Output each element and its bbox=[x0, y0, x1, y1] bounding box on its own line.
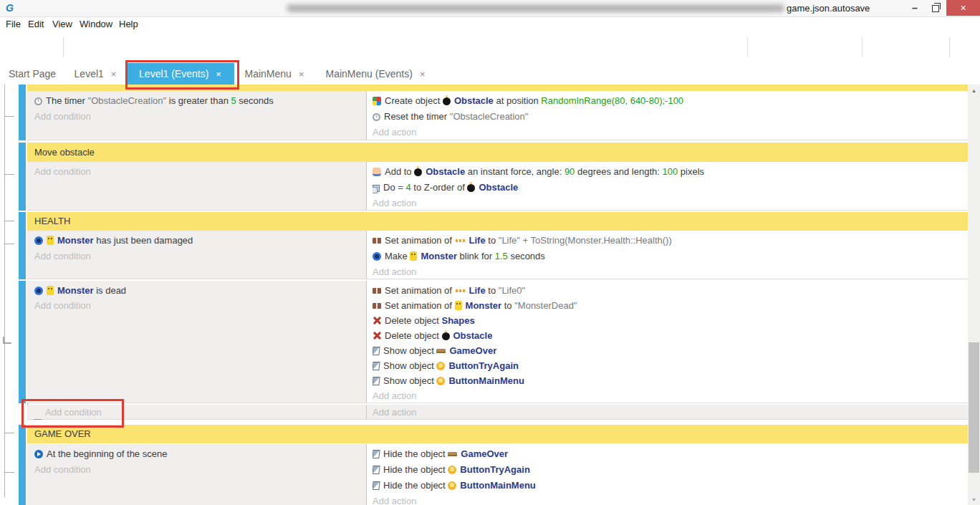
tab-label: MainMenu (Events) bbox=[326, 68, 413, 80]
tree-line bbox=[4, 85, 5, 497]
group-header-health[interactable]: HEALTH bbox=[27, 212, 968, 231]
event-row: Monster has just been damaged Add condit… bbox=[27, 231, 968, 279]
toolbar bbox=[0, 32, 980, 63]
add-condition-button[interactable]: Add condition bbox=[34, 462, 366, 478]
event-bar[interactable] bbox=[19, 281, 26, 403]
gdevelop-logo: G bbox=[6, 2, 14, 14]
tab-mainmenu-events[interactable]: MainMenu (Events) × bbox=[315, 63, 436, 85]
add-action-button[interactable]: Add action bbox=[373, 494, 968, 505]
event-action[interactable]: Make Monster blink for 1.5 seconds bbox=[373, 249, 968, 264]
group-header-move-obstacle[interactable]: Move obstacle bbox=[27, 143, 968, 162]
event-condition[interactable]: Monster has just been damaged bbox=[34, 233, 366, 249]
menu-edit[interactable]: Edit bbox=[28, 17, 44, 32]
event-action[interactable]: Hide the object ButtonMainMenu bbox=[373, 478, 968, 494]
hand-icon bbox=[373, 168, 381, 176]
toolbar-separator bbox=[949, 37, 950, 57]
tab-mainmenu[interactable]: MainMenu × bbox=[236, 63, 312, 85]
event-action[interactable]: Show object ButtonMainMenu bbox=[373, 373, 968, 388]
minimize-button[interactable]: – bbox=[904, 0, 926, 16]
add-action-button[interactable]: Add action bbox=[373, 125, 968, 140]
title-bar: G game.json.autosave – × bbox=[0, 0, 980, 17]
actions-cell: Create object Obstacle at position Rando… bbox=[367, 91, 968, 140]
drag-handle-icon[interactable] bbox=[3, 337, 11, 344]
add-action-button[interactable]: Add action bbox=[373, 388, 968, 403]
menu-help[interactable]: Help bbox=[119, 17, 138, 32]
close-button[interactable]: × bbox=[946, 0, 980, 16]
event-action[interactable]: Show object GameOver bbox=[373, 343, 968, 358]
tab-label: Level1 (Events) bbox=[139, 68, 208, 80]
button-icon bbox=[448, 481, 456, 490]
event-action[interactable]: Set animation of Life to "Life" + ToStri… bbox=[373, 233, 968, 249]
conditions-cell: The timer "ObstacleCreation" is greater … bbox=[27, 91, 367, 140]
add-condition-button[interactable]: Add condition bbox=[34, 164, 366, 180]
button-icon bbox=[436, 377, 445, 385]
event-row: Add condition Add to Obstacle an instant… bbox=[27, 162, 968, 211]
gameover-icon bbox=[436, 349, 446, 353]
add-condition-button[interactable]: Add condition bbox=[34, 298, 366, 313]
scroll-up-icon[interactable]: ▲ bbox=[968, 85, 980, 96]
tree-branch bbox=[4, 116, 14, 117]
add-condition-button[interactable]: Add condition bbox=[45, 405, 366, 419]
vis-icon bbox=[373, 450, 380, 458]
add-action-button[interactable]: Add action bbox=[373, 196, 968, 210]
add-action-button[interactable]: Add action bbox=[373, 264, 968, 279]
event-bar[interactable] bbox=[19, 212, 26, 279]
event-action[interactable]: Create object Obstacle at position Rando… bbox=[373, 93, 968, 109]
bomb-icon bbox=[442, 332, 450, 340]
menu-file[interactable]: File bbox=[6, 17, 21, 32]
monster-icon bbox=[47, 286, 54, 295]
anim-icon bbox=[373, 288, 381, 294]
tab-start-page[interactable]: Start Page bbox=[0, 63, 64, 85]
tree-branch bbox=[4, 244, 14, 244]
gameover-icon bbox=[448, 452, 457, 456]
event-row: The timer "ObstacleCreation" is greater … bbox=[27, 91, 968, 140]
close-tab-icon[interactable]: × bbox=[216, 69, 221, 80]
restore-button[interactable] bbox=[926, 0, 946, 16]
menu-window[interactable]: Window bbox=[80, 17, 112, 32]
event-action[interactable]: Delete object Obstacle bbox=[373, 328, 968, 343]
event-action[interactable]: Delete object Shapes bbox=[373, 313, 968, 328]
timer-icon bbox=[373, 113, 380, 121]
add-condition-button[interactable]: Add condition bbox=[34, 109, 366, 125]
conditions-cell: Monster is dead Add condition bbox=[27, 281, 367, 403]
tab-label: Level1 bbox=[75, 68, 104, 80]
scroll-down-icon[interactable]: ▼ bbox=[968, 494, 980, 505]
event-action[interactable]: Set animation of Monster to "MonsterDead… bbox=[373, 298, 968, 313]
actions-cell: Set animation of Life to "Life0" Set ani… bbox=[367, 281, 968, 403]
event-action[interactable]: Do = 4 to Z-order of Obstacle bbox=[373, 180, 968, 196]
tab-label: MainMenu bbox=[245, 68, 292, 80]
event-condition[interactable]: The timer "ObstacleCreation" is greater … bbox=[34, 93, 366, 109]
button-icon bbox=[448, 466, 456, 474]
scrollbar-thumb[interactable] bbox=[969, 342, 979, 473]
event-bar[interactable] bbox=[19, 85, 26, 140]
gear-icon bbox=[34, 287, 43, 295]
event-action[interactable]: Hide the object GameOver bbox=[373, 446, 968, 462]
tree-branch bbox=[4, 472, 14, 473]
group-header-game-over[interactable]: GAME OVER bbox=[27, 425, 968, 443]
event-condition[interactable]: Monster is dead bbox=[34, 283, 366, 298]
event-action[interactable]: Add to Obstacle an instant force, angle:… bbox=[373, 164, 968, 180]
add-condition-button[interactable]: Add condition bbox=[34, 249, 366, 264]
button-icon bbox=[436, 362, 445, 370]
add-action-button[interactable]: Add action bbox=[373, 405, 968, 419]
toolbar-separator bbox=[747, 37, 748, 57]
event-action[interactable]: Show object ButtonTryAgain bbox=[373, 358, 968, 373]
event-bar[interactable] bbox=[19, 425, 26, 505]
close-tab-icon[interactable]: × bbox=[299, 69, 304, 80]
menu-view[interactable]: View bbox=[52, 17, 72, 32]
event-action[interactable]: Reset the timer "ObstacleCreation" bbox=[373, 109, 968, 125]
vis-icon bbox=[373, 377, 380, 385]
life-icon bbox=[455, 287, 466, 294]
tab-level1[interactable]: Level1 × bbox=[66, 63, 125, 85]
group-header-partial[interactable] bbox=[27, 85, 968, 91]
event-bar[interactable] bbox=[19, 143, 26, 211]
event-action[interactable]: Set animation of Life to "Life0" bbox=[373, 283, 968, 298]
sub-event-row: Add condition Add action bbox=[27, 405, 968, 420]
close-tab-icon[interactable]: × bbox=[420, 69, 426, 80]
close-tab-icon[interactable]: × bbox=[111, 69, 117, 80]
tab-level1-events[interactable]: Level1 (Events) × bbox=[126, 63, 234, 85]
actions-cell: Add to Obstacle an instant force, angle:… bbox=[367, 162, 968, 210]
event-condition[interactable]: At the beginning of the scene bbox=[34, 446, 366, 462]
event-action[interactable]: Hide the object ButtonTryAgain bbox=[373, 462, 968, 478]
life-icon bbox=[455, 237, 466, 244]
